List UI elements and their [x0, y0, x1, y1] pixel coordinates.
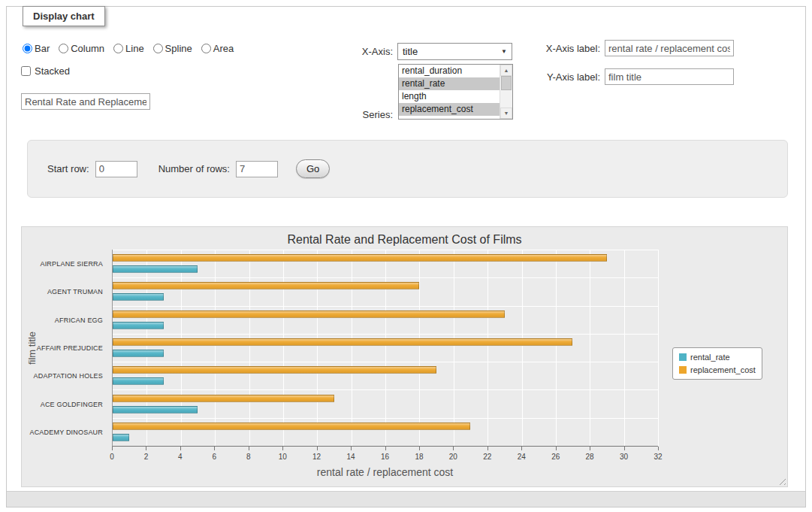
bar-rental_rate[interactable] — [113, 350, 164, 357]
chart-title-field — [21, 93, 150, 110]
chart-type-area[interactable]: Area — [201, 43, 234, 54]
yaxis-label-row: Y-Axis label: — [525, 68, 734, 85]
x-tick-label: 2 — [144, 453, 149, 461]
bar-rental_rate[interactable] — [113, 406, 198, 414]
chart-type-radio[interactable] — [113, 44, 123, 53]
chart-type-line[interactable]: Line — [113, 43, 144, 54]
bar-replacement_cost[interactable] — [113, 338, 572, 346]
gridline — [658, 250, 659, 446]
legend-item-replacement_cost[interactable]: replacement_cost — [679, 365, 756, 374]
stacked-option[interactable]: Stacked — [21, 65, 70, 77]
chart-title: Rental Rate and Replacement Cost of Film… — [22, 233, 787, 247]
x-tick-label: 8 — [246, 453, 251, 461]
bar-replacement_cost[interactable] — [113, 282, 419, 289]
x-tick-label: 6 — [213, 453, 217, 461]
bar-rental_rate[interactable] — [113, 434, 129, 441]
bar-replacement_cost[interactable] — [113, 395, 334, 402]
x-axis-title: rental rate / replacement cost — [112, 466, 658, 478]
chart-type-label: Line — [125, 43, 144, 54]
num-rows-input[interactable] — [236, 161, 278, 177]
scroll-up-icon[interactable]: ▲ — [500, 65, 512, 76]
xaxis-select[interactable]: title ▼ — [397, 43, 512, 60]
chart-container: Rental Rate and Replacement Cost of Film… — [21, 226, 788, 487]
xaxis-label-row: X-Axis label: — [525, 40, 734, 56]
category-label: ADAPTATION HOLES — [34, 372, 103, 380]
legend-label: replacement_cost — [690, 365, 756, 374]
x-tick-label: 24 — [518, 453, 526, 461]
bar-group — [113, 250, 658, 277]
x-tick-label: 28 — [586, 453, 594, 461]
chart-type-radio[interactable] — [59, 44, 68, 53]
chart-type-spline[interactable]: Spline — [153, 43, 192, 54]
resize-handle[interactable] — [777, 476, 786, 485]
x-tick-label: 4 — [178, 453, 183, 461]
series-option-replacement_cost[interactable]: replacement_cost — [399, 103, 500, 116]
x-tick — [214, 447, 215, 450]
start-row-input[interactable] — [95, 161, 137, 177]
series-option-rental_rate[interactable]: rental_rate — [399, 77, 500, 90]
bar-rental_rate[interactable] — [113, 265, 198, 273]
footer-bar — [7, 491, 805, 507]
yaxis-label-input[interactable] — [605, 68, 734, 85]
stacked-label: Stacked — [35, 65, 70, 77]
x-tick — [590, 447, 590, 450]
legend-item-rental_rate[interactable]: rental_rate — [679, 353, 756, 362]
row-range-panel: Start row: Number of rows: Go — [27, 140, 788, 198]
x-tick — [521, 447, 522, 450]
start-row-label: Start row: — [47, 163, 89, 174]
chart-type-bar[interactable]: Bar — [23, 43, 50, 54]
series-field-label: Series: — [333, 109, 393, 120]
x-tick-label: 20 — [449, 453, 457, 461]
legend-label: rental_rate — [690, 353, 730, 362]
bar-group — [113, 418, 658, 446]
chart-type-column[interactable]: Column — [59, 43, 104, 54]
series-option-length[interactable]: length — [399, 90, 500, 103]
category-label: AFRICAN EGG — [55, 317, 103, 324]
series-listbox[interactable]: rental_durationrental_ratelengthreplacem… — [398, 64, 513, 120]
chart-type-radio[interactable] — [23, 44, 32, 53]
bar-rental_rate[interactable] — [113, 293, 164, 301]
bar-rental_rate[interactable] — [113, 377, 164, 385]
bar-replacement_cost[interactable] — [113, 311, 505, 318]
stacked-checkbox[interactable] — [21, 66, 31, 76]
xaxis-select-value: title — [403, 46, 418, 57]
scrollbar-thumb[interactable] — [501, 76, 512, 90]
x-tick-label: 12 — [312, 453, 321, 461]
x-tick — [351, 447, 352, 450]
x-tick-label: 10 — [279, 453, 287, 461]
bar-group — [113, 334, 658, 362]
x-tick — [658, 447, 659, 450]
category-labels: AIRPLANE SIERRAAGENT TRUMANAFRICAN EGGAF… — [22, 250, 107, 447]
yaxis-label-label: Y-Axis label: — [525, 71, 600, 83]
x-tick — [385, 447, 386, 450]
x-tick — [249, 447, 249, 450]
go-button[interactable]: Go — [296, 159, 330, 178]
chart-type-radio[interactable] — [153, 44, 163, 53]
x-tick — [282, 447, 283, 450]
xaxis-label-input[interactable] — [605, 40, 734, 56]
chart-type-label: Bar — [35, 43, 50, 54]
bar-group — [113, 277, 658, 305]
bar-replacement_cost[interactable] — [113, 254, 607, 262]
x-tick — [419, 447, 420, 450]
x-tick-label: 30 — [620, 453, 628, 461]
scroll-down-icon[interactable]: ▼ — [500, 108, 512, 119]
chevron-down-icon: ▼ — [501, 48, 507, 55]
chart-title-input[interactable] — [21, 93, 150, 110]
series-option-rental_duration[interactable]: rental_duration — [399, 65, 500, 77]
panel-title: Display chart — [23, 6, 105, 26]
x-tick — [453, 447, 454, 450]
xaxis-label-label: X-Axis label: — [525, 43, 600, 54]
x-tick-label: 14 — [347, 453, 355, 461]
scrollbar-track[interactable] — [500, 90, 512, 108]
bar-group — [113, 306, 658, 334]
x-tick-marks — [112, 447, 658, 451]
chart-type-radio[interactable] — [201, 44, 211, 53]
series-scrollbar[interactable]: ▲ ▼ — [500, 65, 512, 119]
bar-rental_rate[interactable] — [113, 322, 164, 329]
bar-replacement_cost[interactable] — [113, 423, 470, 430]
bar-replacement_cost[interactable] — [113, 366, 436, 374]
chart-type-label: Spline — [165, 43, 192, 54]
category-label: ACADEMY DINOSAUR — [29, 429, 103, 436]
x-tick-label: 16 — [381, 453, 389, 461]
